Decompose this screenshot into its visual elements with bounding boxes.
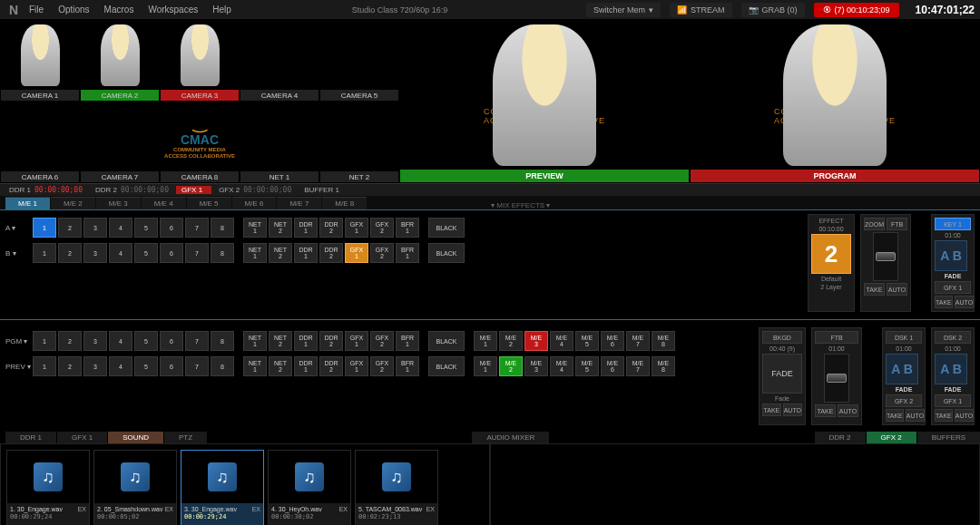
dsk1-toggle[interactable]: DSK 1 — [886, 331, 922, 344]
crosspoint-button[interactable]: DDR1 — [294, 331, 318, 351]
zoom-button[interactable]: ZOOM — [864, 218, 885, 230]
me-tab[interactable]: M/E 4 — [142, 197, 186, 209]
clip-item[interactable]: 2. 05_Smashdown.wavEX00:00:05;02 — [93, 450, 177, 525]
crosspoint-button[interactable]: 3 — [83, 218, 107, 238]
bus-label[interactable]: B ▾ — [5, 249, 31, 258]
player-readout[interactable]: DDR 200:00:00;00 — [90, 186, 174, 194]
stream-button[interactable]: 📶STREAM — [670, 3, 732, 17]
crosspoint-button[interactable]: 7 — [185, 243, 209, 263]
take-button[interactable]: TAKE — [864, 283, 885, 296]
lower-tab[interactable]: SOUND — [108, 432, 163, 443]
crosspoint-button[interactable]: BLACK — [428, 331, 465, 351]
key1-ab[interactable]: A B — [935, 240, 967, 271]
crosspoint-button[interactable]: 6 — [160, 356, 183, 376]
crosspoint-button[interactable]: BLACK — [428, 356, 465, 376]
crosspoint-button[interactable]: 8 — [211, 331, 234, 351]
crosspoint-button[interactable]: DDR2 — [319, 218, 343, 238]
crosspoint-button[interactable]: 2 — [58, 218, 82, 238]
multiview-source[interactable]: CAMERA 5 — [320, 21, 398, 101]
crosspoint-button[interactable]: 5 — [134, 218, 158, 238]
menu-file[interactable]: File — [29, 5, 44, 15]
menu-macros[interactable]: Macros — [104, 5, 134, 15]
bus-label[interactable]: A ▾ — [5, 224, 31, 232]
crosspoint-button[interactable]: DDR1 — [294, 218, 318, 238]
crosspoint-button[interactable]: BLACK — [428, 218, 465, 238]
bkgd-take[interactable]: TAKE — [762, 403, 781, 416]
switcher-mem-button[interactable]: Switcher Mem ▾ — [586, 3, 661, 17]
mix-effects-toggle[interactable]: ▾ MIX EFFECTS ▾ — [368, 201, 673, 209]
crosspoint-button[interactable]: 2 — [58, 243, 82, 263]
crosspoint-button[interactable]: BFR1 — [396, 218, 419, 238]
me-tab[interactable]: M/E 3 — [96, 197, 141, 209]
crosspoint-button[interactable]: NET2 — [269, 243, 292, 263]
me-tab[interactable]: M/E 2 — [51, 197, 95, 209]
crosspoint-button[interactable]: M/E1 — [474, 356, 497, 376]
dsk2-auto[interactable]: AUTO — [955, 409, 974, 422]
crosspoint-button[interactable]: GFX1 — [345, 331, 368, 351]
multiview-source[interactable]: NET 2 — [320, 102, 398, 182]
t-bar[interactable] — [873, 232, 898, 281]
crosspoint-button[interactable]: 5 — [134, 243, 158, 263]
crosspoint-button[interactable]: BFR1 — [396, 331, 419, 351]
player-readout[interactable]: GFX 1 — [176, 186, 211, 194]
multiview-source[interactable]: CAMERA 4 — [240, 21, 318, 101]
me-tab[interactable]: M/E 6 — [232, 197, 277, 209]
dsk2-take[interactable]: TAKE — [935, 409, 953, 422]
crosspoint-button[interactable]: DDR1 — [294, 356, 318, 376]
dsk1-source[interactable]: GFX 2 — [886, 394, 922, 407]
me-tab[interactable]: M/E 7 — [277, 197, 321, 209]
lower-tab[interactable]: PTZ — [164, 432, 207, 443]
key1-take[interactable]: TAKE — [935, 296, 953, 308]
lower-tab[interactable]: BUFFERS — [917, 432, 980, 443]
dsk1-auto[interactable]: AUTO — [906, 409, 925, 422]
dsk2-toggle[interactable]: DSK 2 — [935, 331, 971, 344]
crosspoint-button[interactable]: M/E2 — [499, 331, 523, 351]
crosspoint-button[interactable]: 8 — [211, 243, 234, 263]
bkgd-auto[interactable]: AUTO — [783, 403, 802, 416]
crosspoint-button[interactable]: M/E2 — [499, 356, 523, 376]
main-auto[interactable]: AUTO — [838, 404, 858, 417]
crosspoint-button[interactable]: M/E3 — [524, 331, 548, 351]
crosspoint-button[interactable]: 1 — [33, 331, 56, 351]
menu-options[interactable]: Options — [58, 5, 89, 15]
crosspoint-button[interactable]: GFX1 — [345, 243, 368, 263]
crosspoint-button[interactable]: 6 — [160, 243, 183, 263]
crosspoint-button[interactable]: 1 — [33, 243, 56, 263]
bus-label[interactable]: PGM ▾ — [5, 337, 31, 345]
crosspoint-button[interactable]: NET2 — [269, 331, 292, 351]
crosspoint-button[interactable]: 3 — [83, 243, 107, 263]
crosspoint-button[interactable]: 4 — [109, 356, 132, 376]
grab-button[interactable]: 📷GRAB (0) — [741, 3, 805, 17]
crosspoint-button[interactable]: M/E1 — [474, 331, 497, 351]
key1-auto[interactable]: AUTO — [955, 296, 974, 308]
crosspoint-button[interactable]: BFR1 — [396, 356, 419, 376]
player-readout[interactable]: DDR 100:00:00;00 — [4, 186, 88, 194]
program-monitor[interactable]: CM C COMMUNITY MEDIAACCESS COLLABORATIVE… — [691, 21, 979, 182]
crosspoint-button[interactable]: 4 — [109, 218, 132, 238]
menu-workspaces[interactable]: Workspaces — [148, 5, 198, 15]
me-tab[interactable]: M/E 8 — [322, 197, 367, 209]
bkgd-fade[interactable]: FADE — [762, 354, 802, 394]
crosspoint-button[interactable]: GFX1 — [345, 356, 368, 376]
crosspoint-button[interactable]: M/E6 — [601, 331, 624, 351]
crosspoint-button[interactable]: M/E8 — [652, 331, 675, 351]
crosspoint-button[interactable]: NET2 — [269, 356, 292, 376]
crosspoint-button[interactable]: M/E7 — [626, 331, 650, 351]
crosspoint-button[interactable]: 8 — [211, 218, 234, 238]
auto-button[interactable]: AUTO — [887, 283, 907, 296]
dsk1-take[interactable]: TAKE — [886, 409, 904, 422]
crosspoint-button[interactable]: GFX1 — [345, 218, 368, 238]
lower-tab[interactable]: GFX 1 — [57, 432, 107, 443]
crosspoint-button[interactable]: NET1 — [243, 243, 267, 263]
crosspoint-button[interactable]: M/E3 — [524, 356, 548, 376]
crosspoint-button[interactable]: GFX2 — [370, 356, 394, 376]
crosspoint-button[interactable]: M/E5 — [575, 331, 599, 351]
lower-tab[interactable]: DDR 2 — [815, 432, 866, 443]
crosspoint-button[interactable]: NET2 — [269, 218, 292, 238]
crosspoint-button[interactable]: 2 — [58, 331, 82, 351]
clip-item[interactable]: 3. 30_Engage.wavEX00:00:29;24 — [181, 450, 264, 525]
lower-tab[interactable]: GFX 2 — [867, 432, 916, 443]
crosspoint-button[interactable]: BLACK — [428, 243, 465, 263]
player-readout[interactable]: BUFFER 1 — [299, 186, 348, 194]
crosspoint-button[interactable]: M/E6 — [601, 356, 624, 376]
